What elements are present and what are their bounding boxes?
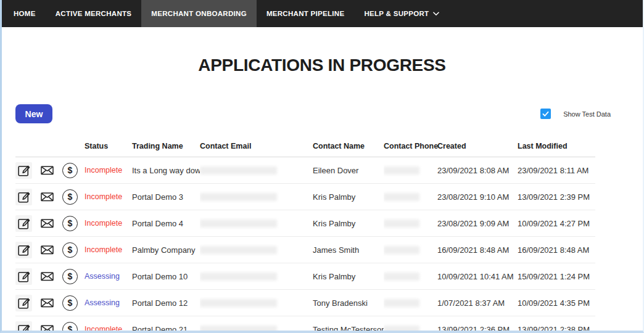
redacted-phone xyxy=(384,166,419,175)
contact-name-cell: Tony Bradenski xyxy=(313,290,384,316)
payment-application-button[interactable]: $ xyxy=(62,216,78,231)
payment-application-button[interactable]: $ xyxy=(62,295,78,311)
column-header-created: Created xyxy=(437,142,518,157)
actions-column-header xyxy=(15,142,85,157)
edit-application-button[interactable] xyxy=(15,189,32,205)
nav-item-active-merchants[interactable]: ACTIVE MERCHANTS xyxy=(46,0,142,27)
applications-table: StatusTrading NameContact EmailContact N… xyxy=(15,142,595,333)
email-application-button[interactable] xyxy=(39,269,56,284)
redacted-email xyxy=(200,166,277,175)
application-row: $ Incomplete Its a Long way down Eileen … xyxy=(15,157,595,184)
actions-cell: $ xyxy=(15,210,85,237)
application-row: $ Incomplete Palmby Company James Smith … xyxy=(15,237,595,263)
email-application-button[interactable] xyxy=(39,322,56,333)
nav-item-help-support[interactable]: HELP & SUPPORT xyxy=(354,0,449,27)
new-application-button[interactable]: New xyxy=(15,104,52,123)
contact-email-cell xyxy=(200,157,313,184)
redacted-email xyxy=(200,273,277,281)
envelope-icon xyxy=(39,189,56,204)
created-cell: 10/09/2021 10:41 AM xyxy=(437,263,518,290)
nav-item-merchant-pipeline[interactable]: MERCHANT PIPELINE xyxy=(257,0,355,27)
contact-email-cell xyxy=(200,210,313,237)
contact-name-cell: Kris Palmby xyxy=(313,184,384,210)
edit-application-button[interactable] xyxy=(15,162,32,179)
created-cell: 16/09/2021 8:48 AM xyxy=(437,237,518,263)
edit-icon xyxy=(15,189,32,205)
envelope-icon xyxy=(39,269,56,284)
nav-item-label: MERCHANT PIPELINE xyxy=(266,10,345,17)
status-cell: Incomplete xyxy=(85,184,132,210)
nav-item-merchant-onboarding[interactable]: MERCHANT ONBOARDING xyxy=(141,0,257,27)
contact-phone-cell xyxy=(384,263,437,290)
payment-application-button[interactable]: $ xyxy=(62,322,78,333)
nav-item-home[interactable]: HOME xyxy=(4,0,46,27)
created-cell: 13/09/2021 2:36 PM xyxy=(437,316,518,333)
edit-application-button[interactable] xyxy=(15,321,32,333)
actions-cell: $ xyxy=(15,316,85,333)
top-nav: HOME ACTIVE MERCHANTS MERCHANT ONBOARDIN… xyxy=(0,0,644,27)
contact-email-cell xyxy=(200,184,313,210)
contact-phone-cell xyxy=(384,316,437,333)
column-header-last-modified: Last Modified xyxy=(518,142,595,157)
edit-application-button[interactable] xyxy=(15,242,32,258)
application-row: $ Incomplete Portal Demo 4 Kris Palmby 2… xyxy=(15,210,595,237)
email-application-button[interactable] xyxy=(39,242,56,257)
application-row: $ Assessing Portal Demo 10 Kris Palmby 1… xyxy=(15,263,595,290)
column-header-status: Status xyxy=(85,142,132,157)
payment-application-button[interactable]: $ xyxy=(62,269,78,284)
redacted-phone xyxy=(384,246,419,254)
actions-cell: $ xyxy=(15,157,85,184)
page-title: APPLICATIONS IN PROGRESS xyxy=(198,56,445,75)
email-application-button[interactable] xyxy=(39,163,56,178)
status-cell: Incomplete xyxy=(85,237,132,263)
contact-phone-cell xyxy=(384,210,437,237)
show-test-data-label: Show Test Data xyxy=(563,110,611,118)
show-test-data-control: Show Test Data xyxy=(540,109,611,119)
trading-name-cell: Portal Demo 3 xyxy=(132,184,200,210)
show-test-data-checkbox[interactable] xyxy=(540,109,551,119)
nav-item-label: ACTIVE MERCHANTS xyxy=(56,10,132,17)
last-modified-cell: 13/09/2021 2:38 PM xyxy=(518,316,595,333)
edit-application-button[interactable] xyxy=(15,268,32,285)
last-modified-cell: 15/09/2021 1:24 PM xyxy=(518,263,595,290)
email-application-button[interactable] xyxy=(39,189,56,204)
nav-item-label: HELP & SUPPORT xyxy=(364,10,429,17)
contact-name-cell: James Smith xyxy=(313,237,384,263)
redacted-email xyxy=(200,220,277,228)
created-cell: 23/08/2021 9:09 AM xyxy=(437,210,518,237)
status-cell: Assessing xyxy=(85,263,132,290)
email-application-button[interactable] xyxy=(39,295,56,310)
contact-name-cell: Eileen Dover xyxy=(313,157,384,184)
edit-icon xyxy=(15,268,32,285)
email-application-button[interactable] xyxy=(39,216,56,231)
redacted-phone xyxy=(384,273,419,281)
dollar-icon: $ xyxy=(62,269,78,284)
redacted-phone xyxy=(384,326,419,333)
edit-application-button[interactable] xyxy=(15,215,32,232)
actions-cell: $ xyxy=(15,263,85,290)
title-bar: APPLICATIONS IN PROGRESS xyxy=(0,56,644,75)
trading-name-cell: Its a Long way down xyxy=(132,157,200,184)
payment-application-button[interactable]: $ xyxy=(62,163,78,178)
status-cell: Incomplete xyxy=(85,157,132,184)
application-row: $ Assessing Portal Demo 12 Tony Bradensk… xyxy=(15,290,595,316)
payment-application-button[interactable]: $ xyxy=(62,242,78,258)
dollar-icon: $ xyxy=(62,295,78,311)
edit-icon xyxy=(15,321,32,333)
contact-phone-cell xyxy=(384,157,437,184)
trading-name-cell: Palmby Company xyxy=(132,237,200,263)
redacted-email xyxy=(200,246,277,254)
status-cell: Incomplete xyxy=(85,210,132,237)
status-cell: Assessing xyxy=(85,290,132,316)
column-header-trading-name: Trading Name xyxy=(132,142,200,157)
payment-application-button[interactable]: $ xyxy=(62,189,78,205)
contact-name-cell: Kris Palmby xyxy=(313,210,384,237)
edit-icon xyxy=(15,162,32,179)
last-modified-cell: 23/09/2021 8:11 AM xyxy=(518,157,595,184)
dollar-icon: $ xyxy=(62,322,78,333)
actions-cell: $ xyxy=(15,290,85,316)
edit-application-button[interactable] xyxy=(15,295,32,311)
header-row: StatusTrading NameContact EmailContact N… xyxy=(15,142,595,157)
contact-email-cell xyxy=(200,263,313,290)
status-cell: Incomplete xyxy=(85,316,132,333)
